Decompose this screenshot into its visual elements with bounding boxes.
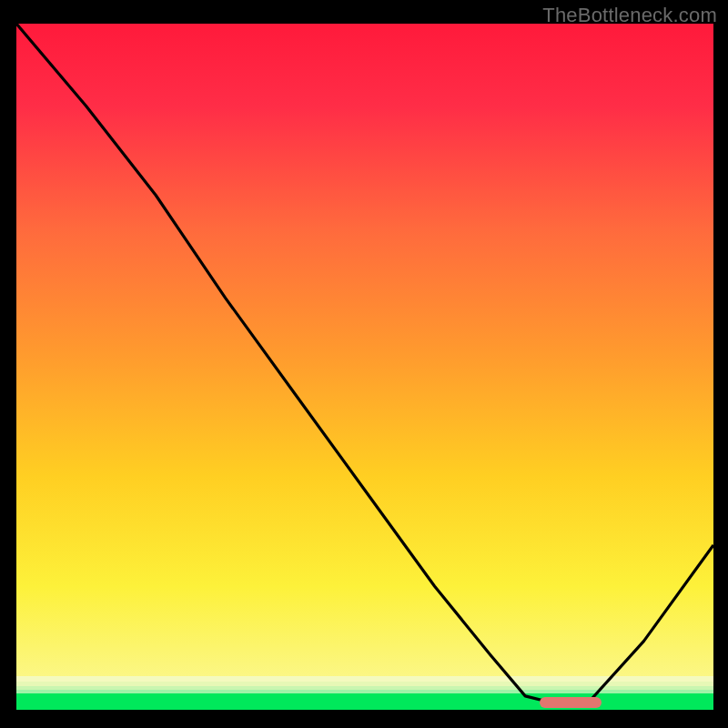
- mint-stripe-2: [16, 686, 713, 690]
- plot-svg: [16, 24, 713, 710]
- optimal-marker: [540, 697, 602, 708]
- mint-stripe-3: [16, 682, 713, 686]
- watermark-text: TheBottleneck.com: [542, 4, 717, 27]
- gradient-background: [16, 24, 713, 710]
- green-band: [16, 693, 713, 710]
- chart-container: TheBottleneck.com: [0, 0, 728, 728]
- plot-area: [16, 24, 713, 710]
- mint-stripe-1: [16, 690, 713, 693]
